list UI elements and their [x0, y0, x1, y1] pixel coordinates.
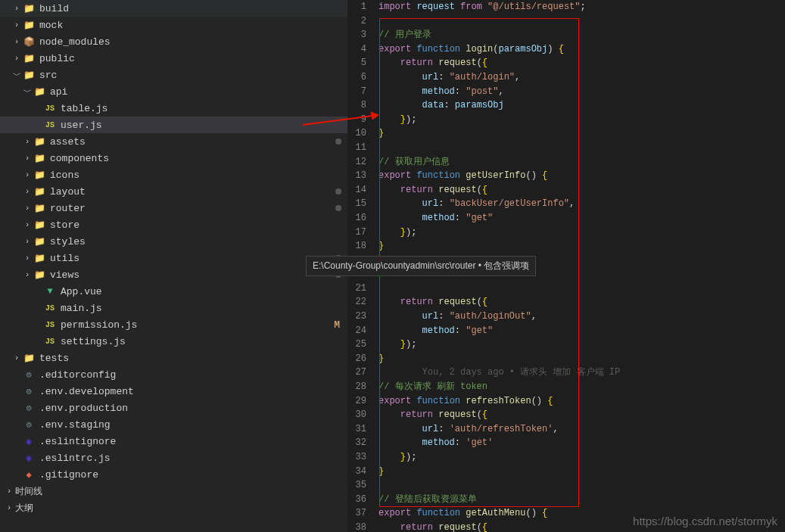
code-line-13[interactable]: export function getUserInfo() { — [378, 169, 785, 183]
code-line-4[interactable]: export function login(paramsObj) { — [378, 42, 785, 57]
tree-item-label: components — [50, 153, 109, 164]
code-line-24[interactable]: method: "get" — [378, 324, 785, 338]
chevron-right-icon[interactable]: › — [21, 252, 33, 264]
tree-item-node_modules[interactable]: ›📦node_modules — [0, 33, 347, 50]
tree-item-icons[interactable]: ›📁icons — [0, 166, 347, 183]
tree-item-label: build — [39, 3, 69, 14]
code-line-30[interactable]: return request({ — [378, 408, 785, 422]
chevron-right-icon[interactable]: › — [11, 19, 23, 31]
tree-item--env-staging[interactable]: ⚙.env.staging — [0, 416, 347, 433]
tree-item-router[interactable]: ›📁router — [0, 200, 347, 216]
chevron-right-icon[interactable]: › — [21, 219, 33, 231]
code-line-29[interactable]: export function refreshToken() { — [378, 394, 785, 409]
code-line-26[interactable]: } — [378, 352, 785, 366]
code-line-7[interactable]: method: "post", — [378, 85, 785, 99]
tree-item-utils[interactable]: ›📁utils — [0, 250, 347, 266]
tree-item-views[interactable]: ›📁views — [0, 266, 347, 283]
code-line-33[interactable]: }); — [378, 450, 785, 465]
tree-item-permission-js[interactable]: JSpermission.jsM — [0, 316, 347, 333]
tree-item-label: settings.js — [61, 336, 126, 347]
file-explorer[interactable]: ›📁build›📁mock›📦node_modules›📁public﹀📁src… — [0, 0, 348, 532]
code-line-23[interactable]: url: "auth/loginOut", — [378, 310, 785, 324]
code-line-28[interactable]: // 每次请求 刷新 token — [378, 380, 785, 394]
tree-item-api[interactable]: ﹀📁api — [0, 83, 347, 100]
folder-icon: 📁 — [23, 2, 35, 14]
chevron-right-icon[interactable]: › — [21, 135, 33, 148]
tree-item-public[interactable]: ›📁public — [0, 50, 347, 67]
spacer — [32, 319, 44, 331]
chevron-right-icon[interactable]: › — [11, 2, 23, 14]
code-line-3[interactable]: // 用户登录 — [378, 28, 785, 42]
tree-item-main-js[interactable]: JSmain.js — [0, 300, 347, 316]
tree-item-layout[interactable]: ›📁layout — [0, 183, 347, 200]
code-line-16[interactable]: method: "get" — [378, 211, 785, 226]
tree-item--editorconfig[interactable]: ⚙.editorconfig — [0, 366, 347, 383]
code-line-35[interactable] — [378, 478, 785, 493]
tree-item--eslintrc-js[interactable]: ◉.eslintrc.js — [0, 450, 347, 466]
code-line-34[interactable]: } — [378, 465, 785, 479]
chevron-right-icon[interactable]: › — [21, 185, 33, 198]
tree-item-user-js[interactable]: JSuser.js — [0, 117, 347, 133]
code-line-9[interactable]: }); — [378, 113, 785, 127]
tree-item-label: mock — [39, 20, 63, 31]
tree-item-settings-js[interactable]: JSsettings.js — [0, 333, 347, 350]
code-line-15[interactable]: url: "backUser/getUserInfo", — [378, 197, 785, 211]
editorconfig-icon: ⚙ — [23, 369, 35, 381]
spacer — [32, 285, 44, 297]
code-line-5[interactable]: return request({ — [378, 56, 785, 70]
tree-item-label: .eslintignore — [39, 436, 116, 447]
code-line-17[interactable]: }); — [378, 226, 785, 240]
tree-item-mock[interactable]: ›📁mock — [0, 17, 347, 33]
code-line-31[interactable]: url: 'auth/refreshToken', — [378, 422, 785, 437]
tree-item-store[interactable]: ›📁store — [0, 216, 347, 233]
gear-icon: ⚙ — [23, 402, 35, 414]
tree-item-assets[interactable]: ›📁assets — [0, 133, 347, 150]
code-line-36[interactable]: // 登陆后获取资源菜单 — [378, 493, 785, 507]
chevron-down-icon[interactable]: ﹀ — [11, 69, 23, 81]
code-line-11[interactable] — [378, 141, 785, 155]
code-line-10[interactable]: } — [378, 126, 785, 141]
code-line-25[interactable]: }); — [378, 338, 785, 352]
tree-item-styles[interactable]: ›📁styles — [0, 233, 347, 250]
inline-blame-hint: You, 2 days ago • 请求头 增加 客户端 IP — [378, 367, 620, 378]
chevron-right-icon[interactable]: › — [21, 152, 33, 164]
code-line-6[interactable]: url: "auth/login", — [378, 70, 785, 85]
chevron-right-icon[interactable]: › — [21, 202, 33, 214]
folder-green-icon: 📁 — [23, 69, 35, 81]
tree-item--eslintignore[interactable]: ◉.eslintignore — [0, 433, 347, 450]
tree-item-tests[interactable]: ›📁tests — [0, 350, 347, 366]
code-line-27[interactable]: You, 2 days ago • 请求头 增加 客户端 IP — [378, 366, 785, 380]
modified-dot-icon — [335, 188, 341, 194]
code-line-1[interactable]: import request from "@/utils/request"; — [378, 0, 785, 14]
chevron-right-icon[interactable]: › — [21, 169, 33, 181]
js-icon: JS — [44, 102, 56, 114]
folder-icon: 📁 — [33, 202, 45, 214]
code-line-18[interactable]: } — [378, 239, 785, 254]
chevron-down-icon[interactable]: ﹀ — [21, 86, 33, 98]
code-line-12[interactable]: // 获取用户信息 — [378, 155, 785, 170]
tree-item--env-development[interactable]: ⚙.env.development — [0, 383, 347, 400]
section-大纲[interactable]: ›大纲 — [0, 499, 347, 516]
chevron-right-icon[interactable]: › — [11, 52, 23, 64]
code-line-32[interactable]: method: 'get' — [378, 436, 785, 450]
section-label: 大纲 — [15, 502, 33, 515]
chevron-right-icon[interactable]: › — [11, 352, 23, 364]
tree-item-components[interactable]: ›📁components — [0, 150, 347, 166]
code-line-21[interactable] — [378, 282, 785, 296]
chevron-right-icon[interactable]: › — [11, 36, 23, 48]
section-时间线[interactable]: ›时间线 — [0, 483, 347, 499]
tree-item-label: .eslintrc.js — [39, 453, 111, 464]
code-line-22[interactable]: return request({ — [378, 295, 785, 310]
chevron-right-icon[interactable]: › — [21, 269, 33, 281]
tree-item-build[interactable]: ›📁build — [0, 0, 347, 17]
tree-item-src[interactable]: ﹀📁src — [0, 67, 347, 83]
tree-item-table-js[interactable]: JStable.js — [0, 100, 347, 117]
tree-item-label: styles — [50, 236, 86, 247]
chevron-right-icon[interactable]: › — [21, 235, 33, 247]
tree-item-App-vue[interactable]: ▼App.vue — [0, 283, 347, 300]
tree-item--gitignore[interactable]: ◆.gitignore — [0, 466, 347, 483]
code-line-8[interactable]: data: paramsObj — [378, 98, 785, 113]
tree-item--env-production[interactable]: ⚙.env.production — [0, 400, 347, 416]
code-line-14[interactable]: return request({ — [378, 183, 785, 198]
code-line-2[interactable] — [378, 14, 785, 29]
